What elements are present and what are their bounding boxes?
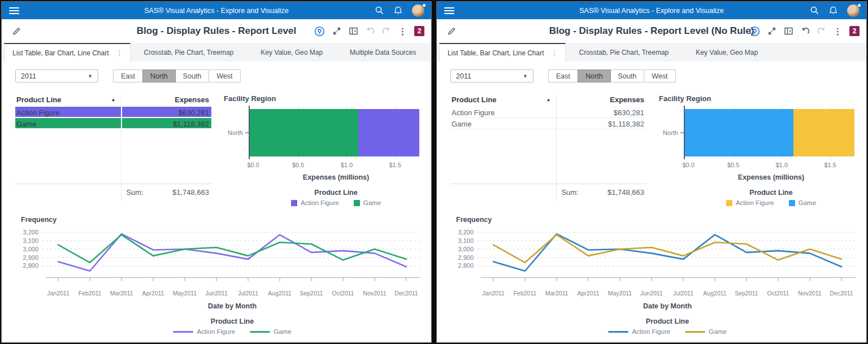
tab-crosstab-pie-treemap[interactable]: Crosstab, Pie Chart, Treemap xyxy=(566,43,683,62)
tab-multiple-data-sources[interactable]: Multiple Data Sources xyxy=(336,43,429,62)
tab-options-icon[interactable]: ⋮ xyxy=(551,49,558,57)
table-row[interactable]: Game $1,118,382 xyxy=(15,118,211,129)
region-button-west[interactable]: West xyxy=(209,69,240,82)
line-plot-area xyxy=(478,225,857,288)
y-category-label: North xyxy=(663,129,678,136)
sum-value: $1,748,663 xyxy=(607,188,644,197)
bar-segment-game[interactable] xyxy=(250,109,358,156)
column-header-expenses[interactable]: Expenses xyxy=(121,94,211,107)
y-axis-title: Frequency xyxy=(21,216,422,224)
maximize-icon[interactable] xyxy=(332,27,341,36)
legend-item[interactable]: Game xyxy=(250,328,291,335)
x-axis-title: Date by Month xyxy=(42,302,422,310)
x-axis-ticks: Jan2011Feb2011Mar2011Apr2011May2011Jun20… xyxy=(478,290,857,299)
edit-pencil-icon[interactable] xyxy=(447,27,456,36)
column-header-expenses[interactable]: Expenses xyxy=(556,94,646,107)
report-canvas: 2011▼ East North South West Product Line… xyxy=(437,62,866,342)
bar-segment-game[interactable] xyxy=(685,109,793,156)
tab-crosstab-pie-treemap[interactable]: Crosstab, Pie Chart, Treemap xyxy=(131,43,248,62)
region-button-north[interactable]: North xyxy=(578,69,611,82)
alert-count-badge[interactable]: 2 xyxy=(414,26,424,36)
panel-toggle-icon[interactable] xyxy=(784,27,793,36)
line-series-action-figure[interactable] xyxy=(493,234,841,271)
region-button-west[interactable]: West xyxy=(644,69,675,82)
region-button-east[interactable]: East xyxy=(113,69,143,82)
notifications-bell-icon[interactable] xyxy=(393,6,403,15)
table-empty-area xyxy=(450,129,646,184)
x-axis-title: Date by Month xyxy=(478,302,857,310)
search-icon[interactable] xyxy=(810,6,819,15)
insights-lightbulb-icon[interactable] xyxy=(314,26,325,37)
bar-chart: Facility Region North $0.0 $ xyxy=(224,94,422,206)
legend-item[interactable]: Action Figure xyxy=(173,328,235,335)
column-header-product-line[interactable]: Product Line xyxy=(452,95,496,104)
sort-ascending-icon[interactable]: ▲ xyxy=(546,97,550,102)
search-icon[interactable] xyxy=(375,6,384,15)
user-avatar[interactable] xyxy=(412,5,424,17)
more-options-icon[interactable]: ⋮ xyxy=(834,27,842,36)
maximize-icon[interactable] xyxy=(767,27,776,36)
column-header-product-line[interactable]: Product Line xyxy=(16,95,61,104)
line-chart: Frequency 3,200 3,100 3,000 2,900 2,800 … xyxy=(450,216,857,335)
table-row[interactable]: Action Figure $630,281 xyxy=(450,107,646,118)
tab-list-table-bar-line[interactable]: List Table, Bar Chart, Line Chart⋮ xyxy=(4,43,131,62)
x-axis-title: Expenses (millions) xyxy=(685,173,857,181)
tab-list-table-bar-line[interactable]: List Table, Bar Chart, Line Chart⋮ xyxy=(439,43,566,62)
legend-swatch xyxy=(173,331,193,333)
year-dropdown[interactable]: 2011▼ xyxy=(450,69,533,82)
line-series-action-figure[interactable] xyxy=(58,234,406,271)
region-button-north[interactable]: North xyxy=(142,69,176,82)
insights-lightbulb-icon[interactable] xyxy=(749,26,760,37)
table-row[interactable]: Action Figure $630,281 xyxy=(15,107,211,118)
bar-chart: Facility Region North $0.0 $ xyxy=(659,94,857,206)
y-axis-ticks: 3,200 3,100 3,000 2,900 2,800 xyxy=(15,225,42,288)
panel-toggle-icon[interactable] xyxy=(349,27,358,36)
x-axis-ticks: $0.0 $0.5 $1.0 $1.5 xyxy=(250,162,422,170)
tab-key-value-geo-map[interactable]: Key Value, Geo Map xyxy=(682,43,771,62)
bar-plot-area xyxy=(249,106,422,159)
region-button-east[interactable]: East xyxy=(548,69,578,82)
table-row[interactable]: Game $1,118,382 xyxy=(450,118,646,129)
bar-chart-legend: Product Line Action Figure Game xyxy=(685,189,857,206)
x-axis-ticks: Jan2011Feb2011Mar2011Apr2011May2011Jun20… xyxy=(42,290,422,299)
undo-icon[interactable] xyxy=(366,27,375,36)
table-summary-row: Sum:$1,748,663 xyxy=(450,184,646,201)
year-dropdown[interactable]: 2011▼ xyxy=(15,69,98,82)
notifications-bell-icon[interactable] xyxy=(828,6,838,15)
list-table: Product Line▲ Expenses Action Figure $63… xyxy=(450,94,646,206)
region-button-bar: East North South West xyxy=(114,69,241,82)
legend-item[interactable]: Action Figure xyxy=(726,199,774,206)
line-series-game[interactable] xyxy=(58,235,406,263)
region-button-bar: East North South West xyxy=(549,69,676,82)
region-button-south[interactable]: South xyxy=(175,69,210,82)
line-series-game[interactable] xyxy=(493,235,841,263)
legend-swatch xyxy=(789,200,795,206)
list-table: Product Line▲ Expenses Action Figure $63… xyxy=(15,94,211,206)
bar-chart-title: Facility Region xyxy=(224,94,422,103)
legend-item[interactable]: Game xyxy=(789,199,816,206)
bar-segment-action-figure[interactable] xyxy=(793,109,854,156)
alert-count-badge[interactable]: 2 xyxy=(849,26,860,36)
undo-icon[interactable] xyxy=(801,27,810,36)
tab-key-value-geo-map[interactable]: Key Value, Geo Map xyxy=(247,43,336,62)
app-title: SAS® Visual Analytics - Explore and Visu… xyxy=(2,7,431,15)
more-options-icon[interactable]: ⋮ xyxy=(398,27,407,36)
bar-chart-title: Facility Region xyxy=(659,94,857,103)
legend-swatch xyxy=(250,331,270,333)
bar-segment-action-figure[interactable] xyxy=(358,109,419,156)
legend-item[interactable]: Action Figure xyxy=(608,328,670,335)
chevron-down-icon: ▼ xyxy=(88,73,93,79)
legend-item[interactable]: Game xyxy=(354,199,381,206)
edit-pencil-icon[interactable] xyxy=(12,27,21,36)
legend-item[interactable]: Game xyxy=(685,328,726,335)
top-app-bar: SAS® Visual Analytics - Explore and Visu… xyxy=(2,2,431,19)
page-tabs: List Table, Bar Chart, Line Chart⋮ Cross… xyxy=(437,43,866,62)
tab-options-icon[interactable]: ⋮ xyxy=(116,49,123,57)
region-button-south[interactable]: South xyxy=(610,69,645,82)
redo-icon[interactable] xyxy=(817,27,826,36)
sort-ascending-icon[interactable]: ▲ xyxy=(111,97,115,102)
user-avatar[interactable] xyxy=(847,5,860,17)
line-chart-legend: Product Line Action Figure Game xyxy=(478,317,857,335)
legend-item[interactable]: Action Figure xyxy=(291,199,339,206)
redo-icon[interactable] xyxy=(382,27,391,36)
